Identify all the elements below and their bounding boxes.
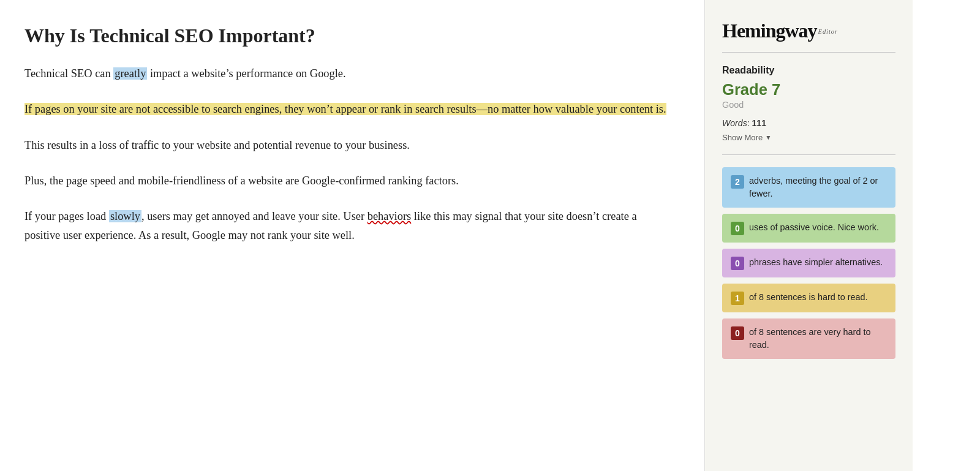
logo-subtitle: Editor	[818, 28, 839, 35]
app-logo: HemingwayEditor	[722, 20, 895, 53]
paragraph-5: If your pages load slowly, users may get…	[24, 207, 668, 244]
words-label: Words	[722, 118, 747, 128]
words-value: 111	[752, 118, 767, 128]
metric-very-hard-read: 0 of 8 sentences are very hard to read.	[722, 318, 895, 359]
highlight-slowly: slowly	[109, 210, 141, 222]
simpler-badge: 0	[731, 257, 744, 270]
metric-hard-read: 1 of 8 sentences is hard to read.	[722, 284, 895, 312]
metric-simpler: 0 phrases have simpler alternatives.	[722, 249, 895, 277]
main-content: Why Is Technical SEO Important? Technica…	[0, 0, 704, 471]
readability-label: Readability	[722, 65, 895, 76]
passive-voice-badge: 0	[731, 222, 744, 235]
simpler-text: phrases have simpler alternatives.	[749, 256, 887, 269]
words-row: Words: 111	[722, 118, 895, 128]
page-title: Why Is Technical SEO Important?	[24, 24, 668, 47]
paragraph-3: This results in a loss of traffic to you…	[24, 136, 668, 154]
grade-value: Grade 7	[722, 81, 895, 99]
metrics-section: 2 adverbs, meeting the goal of 2 or fewe…	[722, 167, 895, 377]
metric-adverbs: 2 adverbs, meeting the goal of 2 or fewe…	[722, 167, 895, 208]
very-hard-read-text: of 8 sentences are very hard to read.	[749, 326, 887, 352]
highlight-sentence: If pages on your site are not accessible…	[24, 103, 666, 115]
hard-read-text: of 8 sentences is hard to read.	[749, 291, 887, 304]
adverbs-badge: 2	[731, 175, 744, 189]
very-hard-read-badge: 0	[731, 326, 744, 340]
hard-read-badge: 1	[731, 292, 744, 305]
adverbs-text: adverbs, meeting the goal of 2 or fewer.	[749, 175, 887, 200]
highlight-greatly: greatly	[113, 67, 147, 80]
logo-title: Hemingway	[722, 20, 817, 42]
metric-passive-voice: 0 uses of passive voice. Nice work.	[722, 214, 895, 243]
sidebar-panel: HemingwayEditor Readability Grade 7 Good…	[704, 0, 913, 471]
paragraph-4: Plus, the page speed and mobile-friendli…	[24, 171, 668, 190]
paragraph-1: Technical SEO can greatly impact a websi…	[24, 64, 668, 83]
grade-description: Good	[722, 100, 895, 110]
readability-section: Readability Grade 7 Good Words: 111 Show…	[722, 65, 895, 155]
show-more-button[interactable]: Show More	[722, 133, 772, 142]
underline-behaviors: behaviors	[368, 210, 412, 222]
passive-voice-text: uses of passive voice. Nice work.	[749, 221, 887, 234]
paragraph-2: If pages on your site are not accessible…	[24, 100, 668, 118]
